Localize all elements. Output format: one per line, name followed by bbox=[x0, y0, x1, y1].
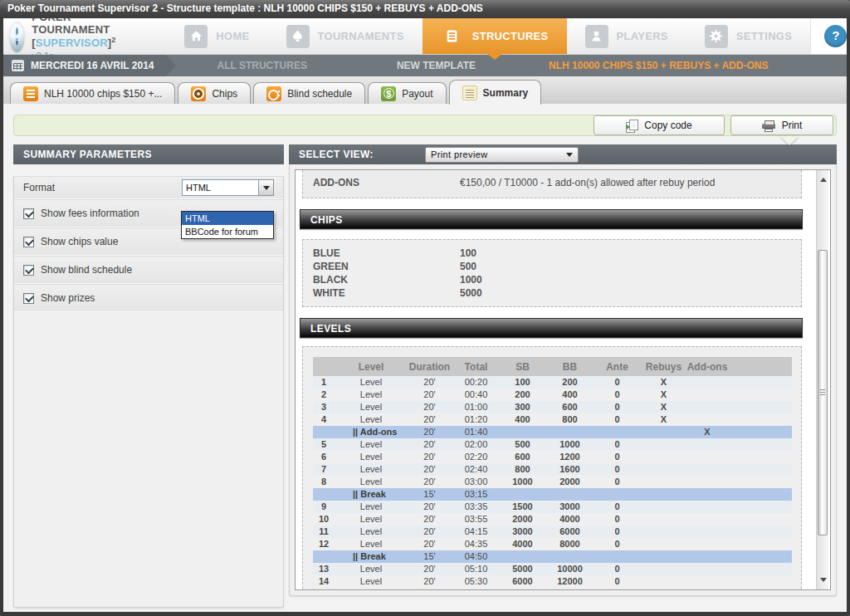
breadcrumb-new-template[interactable]: NEW TEMPLATE bbox=[397, 60, 476, 71]
levels-cell bbox=[686, 451, 728, 463]
breadcrumb-current[interactable]: NLH 10000 CHIPS $150 + REBUYS + ADD-ONS bbox=[549, 60, 768, 71]
chip-color-name: BLUE bbox=[313, 247, 460, 260]
levels-cell: 200 bbox=[546, 376, 594, 389]
checkbox-0[interactable] bbox=[23, 208, 34, 219]
levels-cell: 20' bbox=[406, 426, 453, 438]
levels-cell bbox=[728, 550, 792, 563]
copy-code-button[interactable]: Copy code bbox=[594, 115, 725, 135]
levels-cell: Level bbox=[336, 376, 406, 389]
levels-cell: || Break bbox=[336, 550, 406, 563]
chip-value: 5000 bbox=[460, 286, 482, 300]
tab-blind-schedule[interactable]: Blind schedule bbox=[253, 82, 365, 104]
levels-cell bbox=[641, 488, 686, 501]
levels-cell: 0 bbox=[594, 563, 641, 575]
levels-cell bbox=[686, 550, 728, 563]
levels-table: LevelDurationTotalSBBBAnteRebuysAdd-ons … bbox=[313, 357, 792, 588]
scrollbar-thumb[interactable] bbox=[818, 250, 828, 535]
levels-row: || Add-ons20'01:40X bbox=[313, 426, 792, 438]
breadcrumb-date: MERCREDI 16 AVRIL 2014 bbox=[3, 55, 166, 76]
levels-column-header-filler bbox=[728, 357, 792, 376]
format-option-0[interactable]: HTML bbox=[182, 212, 273, 225]
checkbox-1[interactable] bbox=[23, 237, 34, 247]
levels-cell bbox=[499, 488, 546, 501]
levels-cell: Level bbox=[336, 563, 406, 575]
nav-tournaments[interactable]: TOURNAMENTS bbox=[268, 18, 423, 54]
levels-cell: 02:00 bbox=[453, 438, 499, 451]
toolbar-pointer-notch bbox=[780, 136, 799, 145]
breadcrumb-all-structures[interactable]: ALL STRUCTURES bbox=[217, 60, 307, 71]
levels-cell bbox=[641, 526, 686, 538]
checkbox-2[interactable] bbox=[23, 265, 34, 276]
scroll-up-arrow-icon[interactable] bbox=[820, 178, 827, 182]
levels-cell: 400 bbox=[499, 413, 546, 426]
levels-cell: 00:40 bbox=[453, 389, 499, 401]
tab-nlh-10000-chips-150[interactable]: NLH 10000 chips $150 +... bbox=[10, 82, 175, 104]
levels-cell bbox=[594, 426, 641, 438]
levels-cell bbox=[728, 376, 792, 389]
levels-cell: 20' bbox=[406, 526, 453, 538]
preview-scrollbar[interactable] bbox=[816, 170, 828, 589]
select-view-dropdown[interactable]: Print preview bbox=[425, 147, 579, 163]
print-preview-area: ADD-ONS €150,00 / T10000 - 1 add-on(s) a… bbox=[295, 169, 831, 590]
levels-cell: 04:15 bbox=[453, 526, 499, 538]
format-row: Format HTML bbox=[14, 176, 283, 199]
app-window: Poker Tournament Supervisor 2 - Structur… bbox=[0, 0, 850, 616]
levels-cell: Level bbox=[336, 401, 406, 413]
nav-structures[interactable]: STRUCTURES bbox=[423, 18, 567, 54]
levels-cell: 12000 bbox=[546, 575, 594, 588]
nav-settings[interactable]: SETTINGS bbox=[686, 18, 810, 54]
levels-cell: 4000 bbox=[499, 538, 546, 550]
nav-tournaments-label: TOURNAMENTS bbox=[318, 30, 404, 42]
levels-cell: 0 bbox=[594, 476, 641, 488]
format-combobox-value[interactable]: HTML bbox=[182, 179, 259, 196]
levels-cell: X bbox=[686, 426, 728, 438]
levels-cell: 6 bbox=[313, 451, 336, 463]
levels-cell: 20' bbox=[406, 413, 453, 426]
tab-chips[interactable]: Chips bbox=[178, 82, 251, 104]
levels-cell bbox=[728, 476, 792, 488]
levels-column-header: Rebuys bbox=[641, 357, 686, 376]
levels-cell: 20' bbox=[406, 451, 453, 463]
chips-values-box: BLUE100GREEN500BLACK1000WHITE5000 bbox=[302, 239, 802, 307]
levels-cell: 10000 bbox=[546, 563, 594, 575]
nav-home[interactable]: HOME bbox=[166, 18, 267, 54]
nav-players[interactable]: PLAYERS bbox=[567, 18, 686, 54]
help-button[interactable]: ? bbox=[824, 25, 847, 47]
print-button[interactable]: Print bbox=[730, 115, 833, 135]
levels-cell: 0 bbox=[594, 538, 641, 550]
format-combobox-arrow-button[interactable] bbox=[259, 179, 274, 196]
format-combobox[interactable]: HTML bbox=[182, 179, 274, 196]
levels-cell bbox=[728, 401, 792, 413]
levels-cell: 1000 bbox=[499, 476, 546, 488]
levels-cell: Level bbox=[336, 413, 406, 426]
checkbox-3[interactable] bbox=[23, 293, 34, 304]
levels-column-header bbox=[313, 357, 336, 376]
levels-cell: 02:40 bbox=[453, 463, 499, 476]
tab-payout[interactable]: Payout bbox=[368, 82, 446, 104]
main-nav: HOMETOURNAMENTSSTRUCTURESPLAYERSSETTINGS bbox=[166, 18, 810, 54]
levels-row: 2Level20'00:402004000X bbox=[313, 389, 792, 401]
levels-cell: 12 bbox=[313, 538, 336, 550]
gear-icon bbox=[705, 25, 728, 48]
levels-section-title: LEVELS bbox=[300, 318, 803, 338]
levels-cell bbox=[594, 550, 641, 563]
levels-cell: 01:00 bbox=[453, 401, 499, 413]
levels-cell: 800 bbox=[499, 463, 546, 476]
levels-row: 5Level20'02:0050010000 bbox=[313, 438, 792, 451]
levels-cell: 0 bbox=[594, 401, 641, 413]
payout-icon bbox=[381, 86, 396, 101]
levels-cell: 5 bbox=[313, 438, 336, 451]
levels-cell bbox=[686, 476, 728, 488]
tab-label: Payout bbox=[402, 88, 432, 100]
format-option-1[interactable]: BBCode for forum bbox=[182, 225, 273, 238]
levels-cell: 15' bbox=[406, 550, 453, 563]
levels-cell: 20' bbox=[406, 401, 453, 413]
levels-cell bbox=[641, 438, 686, 451]
levels-cell: 100 bbox=[499, 376, 546, 389]
levels-cell bbox=[728, 538, 792, 550]
scroll-down-arrow-icon[interactable] bbox=[820, 578, 827, 582]
levels-cell bbox=[313, 426, 336, 438]
levels-cell bbox=[686, 438, 728, 451]
tab-summary[interactable]: Summary bbox=[449, 80, 542, 105]
levels-column-header: SB bbox=[499, 357, 546, 376]
